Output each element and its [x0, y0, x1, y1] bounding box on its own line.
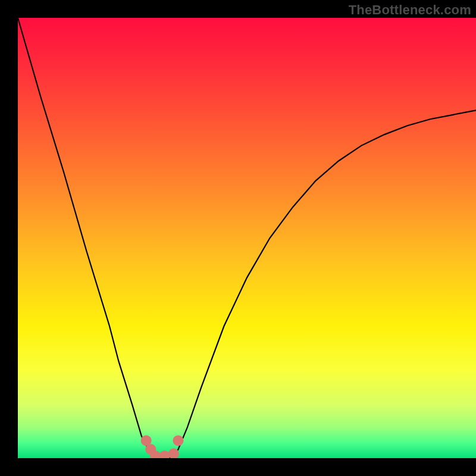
bottleneck-curve: [18, 18, 476, 458]
chart-frame: TheBottleneck.com: [18, 0, 476, 458]
plot-area: [18, 18, 476, 458]
data-marker: [159, 450, 170, 458]
attribution-label: TheBottleneck.com: [349, 2, 471, 18]
data-marker: [173, 435, 184, 446]
